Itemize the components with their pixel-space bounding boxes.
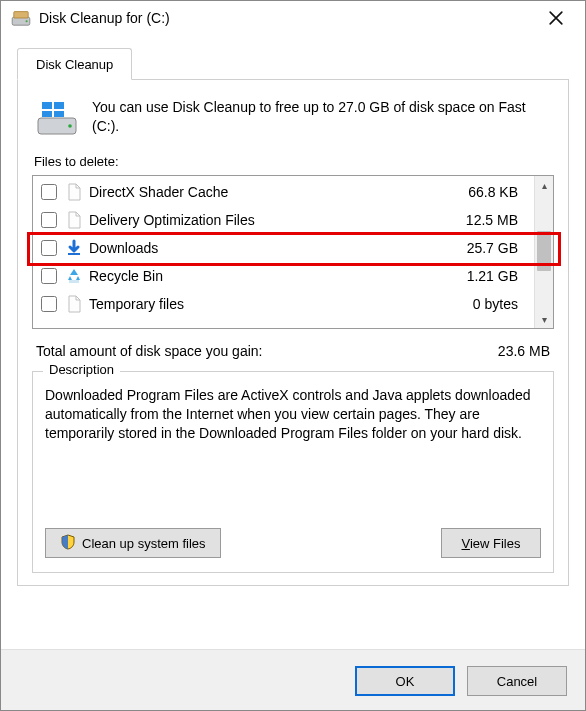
file-row[interactable]: DirectX Shader Cache66.8 KB [33, 178, 534, 206]
recycle-bin-icon [65, 267, 83, 285]
file-name: Temporary files [89, 296, 473, 312]
scroll-thumb[interactable] [537, 231, 551, 271]
file-checkbox[interactable] [41, 212, 57, 228]
scrollbar[interactable]: ▴ ▾ [534, 176, 553, 328]
tab-panel: You can use Disk Cleanup to free up to 2… [17, 80, 569, 586]
intro-row: You can use Disk Cleanup to free up to 2… [36, 98, 550, 138]
ok-label: OK [396, 674, 415, 689]
svg-point-2 [26, 20, 28, 22]
svg-rect-1 [14, 12, 28, 18]
close-button[interactable] [533, 1, 579, 35]
svg-rect-9 [68, 253, 80, 255]
file-size: 12.5 MB [466, 212, 528, 228]
titlebar: Disk Cleanup for (C:) [1, 1, 585, 35]
scroll-down-icon[interactable]: ▾ [535, 310, 553, 328]
svg-point-4 [68, 124, 72, 128]
cancel-label: Cancel [497, 674, 537, 689]
file-checkbox[interactable] [41, 268, 57, 284]
total-row: Total amount of disk space you gain: 23.… [36, 343, 550, 359]
total-label: Total amount of disk space you gain: [36, 343, 262, 359]
file-icon [65, 183, 83, 201]
file-size: 25.7 GB [467, 240, 528, 256]
file-checkbox[interactable] [41, 296, 57, 312]
description-group: Description Downloaded Program Files are… [32, 371, 554, 573]
svg-rect-7 [42, 111, 52, 117]
shield-icon [60, 534, 76, 553]
dialog-footer: OK Cancel [1, 649, 585, 710]
view-files-label: View Files [461, 536, 520, 551]
file-icon [65, 211, 83, 229]
total-value: 23.6 MB [498, 343, 550, 359]
files-to-delete-label: Files to delete: [34, 154, 554, 169]
window-title: Disk Cleanup for (C:) [39, 10, 170, 26]
cancel-button[interactable]: Cancel [467, 666, 567, 696]
close-icon [549, 11, 563, 25]
disk-cleanup-icon [11, 10, 31, 26]
file-name: Delivery Optimization Files [89, 212, 466, 228]
intro-text: You can use Disk Cleanup to free up to 2… [92, 98, 550, 136]
file-name: Downloads [89, 240, 467, 256]
view-files-button[interactable]: View Files [441, 528, 541, 558]
svg-rect-6 [54, 102, 64, 109]
svg-rect-8 [54, 111, 64, 117]
download-icon [65, 239, 83, 257]
tab-strip: Disk Cleanup [17, 47, 569, 80]
scroll-up-icon[interactable]: ▴ [535, 176, 553, 194]
clean-system-files-button[interactable]: Clean up system files [45, 528, 221, 558]
file-name: Recycle Bin [89, 268, 467, 284]
file-size: 0 bytes [473, 296, 528, 312]
tab-label: Disk Cleanup [36, 57, 113, 72]
description-caption: Description [43, 362, 120, 377]
file-list: DirectX Shader Cache66.8 KBDelivery Opti… [32, 175, 554, 329]
file-checkbox[interactable] [41, 184, 57, 200]
svg-rect-10 [69, 280, 79, 283]
description-body: Downloaded Program Files are ActiveX con… [45, 386, 541, 506]
file-name: DirectX Shader Cache [89, 184, 468, 200]
file-row[interactable]: Delivery Optimization Files12.5 MB [33, 206, 534, 234]
file-row[interactable]: Recycle Bin1.21 GB [33, 262, 534, 290]
file-icon [65, 295, 83, 313]
drive-icon [36, 98, 78, 138]
file-checkbox[interactable] [41, 240, 57, 256]
svg-rect-5 [42, 102, 52, 109]
tab-disk-cleanup[interactable]: Disk Cleanup [17, 48, 132, 80]
file-size: 1.21 GB [467, 268, 528, 284]
ok-button[interactable]: OK [355, 666, 455, 696]
file-size: 66.8 KB [468, 184, 528, 200]
file-row[interactable]: Downloads25.7 GB [33, 234, 534, 262]
disk-cleanup-window: Disk Cleanup for (C:) Disk Cleanup [0, 0, 586, 711]
clean-system-files-label: Clean up system files [82, 536, 206, 551]
file-row[interactable]: Temporary files0 bytes [33, 290, 534, 318]
